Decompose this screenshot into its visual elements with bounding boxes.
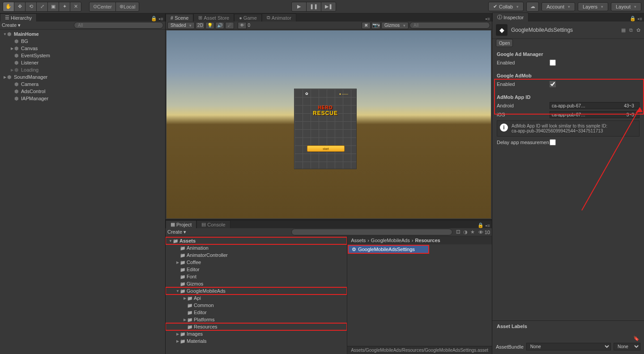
settings-icon[interactable]: ✿ bbox=[636, 27, 640, 33]
folder-item[interactable]: Editor bbox=[166, 266, 347, 273]
play-button[interactable]: ▶ bbox=[291, 2, 307, 12]
hierarchy-item[interactable]: Listener bbox=[0, 59, 165, 66]
hierarchy-item[interactable]: BG bbox=[0, 38, 165, 45]
expand-toggle-icon[interactable]: ▶ bbox=[3, 75, 7, 79]
hierarchy-create-dropdown[interactable]: Create ▾ bbox=[2, 22, 21, 28]
hierarchy-item[interactable]: AdsControl bbox=[0, 88, 165, 95]
scene-tab-scene[interactable]: # Scene bbox=[166, 14, 193, 21]
star-icon[interactable]: ★ bbox=[470, 229, 475, 235]
folder-item[interactable]: Common bbox=[166, 302, 347, 309]
hierarchy-menu-icon[interactable]: ▪≡ bbox=[159, 16, 163, 21]
expand-toggle-icon[interactable]: ▼ bbox=[3, 32, 7, 36]
scene-tab-animator[interactable]: ⧉ Animator bbox=[262, 13, 296, 21]
folder-item[interactable]: ▶Coffee bbox=[166, 259, 347, 266]
filter-icon[interactable]: ◑ bbox=[463, 229, 468, 235]
project-menu-icon[interactable]: ▪≡ bbox=[486, 223, 490, 228]
hierarchy-item[interactable]: IAPManager bbox=[0, 95, 165, 102]
custom-tool-button[interactable]: ✕ bbox=[70, 2, 81, 12]
gizmos-dropdown[interactable]: Gizmos bbox=[381, 22, 409, 29]
folder-item[interactable]: Font bbox=[166, 273, 347, 280]
hand-tool-button[interactable]: ✋ bbox=[3, 2, 14, 12]
presets-icon[interactable]: ⧉ bbox=[629, 27, 633, 33]
asset-item-selected[interactable]: ⚙ GoogleMobileAdsSettings bbox=[348, 245, 429, 253]
scene-view[interactable]: ✿ ● —— HERO RESCUE start bbox=[166, 30, 491, 218]
ios-id-input[interactable] bbox=[550, 111, 640, 118]
hierarchy-item[interactable]: ▼MainHome bbox=[0, 30, 165, 38]
project-lock-icon[interactable]: 🔒 bbox=[478, 222, 484, 228]
folder-item[interactable]: Resources bbox=[166, 323, 347, 330]
hierarchy-tab[interactable]: ☰ Hierarchy bbox=[0, 13, 37, 21]
effects-toggle-icon[interactable]: ☄ bbox=[225, 22, 234, 29]
favorites-icon[interactable]: ⚃ bbox=[456, 229, 461, 235]
hierarchy-item[interactable]: ▶SoundManager bbox=[0, 73, 165, 81]
pause-button[interactable]: ❚❚ bbox=[306, 2, 321, 12]
hierarchy-item[interactable]: ▶Loading bbox=[0, 66, 165, 73]
scene-maximize-icon[interactable]: ▪≡ bbox=[486, 16, 490, 21]
expand-toggle-icon[interactable]: ▼ bbox=[175, 289, 180, 293]
expand-toggle-icon[interactable]: ▶ bbox=[175, 339, 180, 343]
scene-tools-icon[interactable]: ✖ bbox=[362, 22, 371, 29]
folder-item[interactable]: ▶Platforms bbox=[166, 316, 347, 323]
expand-toggle-icon[interactable]: ▶ bbox=[183, 318, 187, 322]
asset-bundle-select[interactable]: None bbox=[526, 343, 611, 350]
expand-toggle-icon[interactable]: ▶ bbox=[175, 260, 180, 264]
expand-toggle-icon[interactable]: ▼ bbox=[168, 239, 173, 243]
project-search-input[interactable] bbox=[291, 229, 452, 235]
transform-tool-button[interactable]: ✦ bbox=[59, 2, 70, 12]
folder-item[interactable]: AnimatorController bbox=[166, 252, 347, 259]
project-tab[interactable]: ▦ Project bbox=[166, 220, 196, 228]
inspector-menu-icon[interactable]: ▪≡ bbox=[638, 16, 642, 21]
step-button[interactable]: ▶❚ bbox=[321, 2, 336, 12]
expand-toggle-icon[interactable]: ▶ bbox=[10, 47, 14, 51]
account-dropdown[interactable]: Account bbox=[542, 2, 575, 11]
hierarchy-item[interactable]: EventSystem bbox=[0, 52, 165, 59]
layout-dropdown[interactable]: Layout bbox=[611, 2, 641, 11]
scene-camera-icon[interactable]: 📷▾ bbox=[371, 22, 380, 29]
ad-manager-enabled-checkbox[interactable] bbox=[550, 60, 556, 66]
layers-dropdown[interactable]: Layers bbox=[578, 2, 608, 11]
project-create-dropdown[interactable]: Create ▾ bbox=[167, 229, 186, 235]
folder-item[interactable]: ▼Assets bbox=[166, 237, 347, 244]
collab-dropdown[interactable]: ✔ Collab bbox=[488, 2, 524, 11]
folder-item[interactable]: Gizmos bbox=[166, 280, 347, 287]
expand-toggle-icon[interactable]: ▶ bbox=[175, 332, 180, 336]
breadcrumb-1[interactable]: GoogleMobileAds bbox=[371, 238, 410, 243]
delay-checkbox[interactable] bbox=[550, 139, 556, 145]
scene-search-input[interactable] bbox=[409, 22, 490, 29]
hierarchy-item[interactable]: ▶Canvas bbox=[0, 45, 165, 52]
scene-tab-asset-store[interactable]: ⊞ Asset Store bbox=[193, 13, 234, 21]
help-icon[interactable]: ▦ bbox=[621, 27, 626, 33]
breadcrumb-0[interactable]: Assets bbox=[351, 238, 366, 243]
folder-item[interactable]: ▶Materials bbox=[166, 337, 347, 345]
inspector-tab[interactable]: ⓘ Inspector bbox=[492, 13, 529, 21]
folder-item[interactable]: ▶Images bbox=[166, 330, 347, 337]
android-id-input[interactable] bbox=[550, 102, 640, 109]
breadcrumb-2[interactable]: Resources bbox=[415, 238, 440, 243]
folder-item[interactable]: ▶Api bbox=[166, 294, 347, 302]
space-toggle-button[interactable]: ⊛ Local bbox=[115, 2, 139, 12]
inspector-lock-icon[interactable]: 🔒 bbox=[630, 16, 636, 21]
folder-item[interactable]: Editor bbox=[166, 309, 347, 316]
admob-enabled-checkbox[interactable] bbox=[550, 81, 556, 87]
light-toggle-icon[interactable]: 💡 bbox=[205, 22, 214, 29]
scale-tool-button[interactable]: ⤢ bbox=[36, 2, 48, 12]
folder-item[interactable]: Animation bbox=[166, 244, 347, 252]
rect-tool-button[interactable]: ▣ bbox=[47, 2, 59, 12]
hierarchy-search-input[interactable] bbox=[74, 22, 163, 29]
shade-mode-dropdown[interactable]: Shaded bbox=[167, 22, 195, 29]
hierarchy-lock-icon[interactable]: 🔒 bbox=[151, 16, 157, 21]
move-tool-button[interactable]: ✥ bbox=[14, 2, 26, 12]
mode-2d-toggle[interactable]: 2D bbox=[196, 22, 205, 29]
hidden-objects-icon[interactable]: 👁 bbox=[238, 22, 247, 29]
hierarchy-item[interactable]: Camera bbox=[0, 81, 165, 88]
asset-bundle-variant-select[interactable]: None bbox=[614, 343, 640, 350]
open-button[interactable]: Open bbox=[496, 39, 513, 47]
rotate-tool-button[interactable]: ⟲ bbox=[25, 2, 37, 12]
audio-toggle-icon[interactable]: 🔊 bbox=[215, 22, 224, 29]
scene-tab-game[interactable]: ● Game bbox=[234, 14, 262, 21]
pivot-toggle-button[interactable]: ⊙ Center bbox=[89, 2, 116, 12]
console-tab[interactable]: ▤ Console bbox=[196, 220, 230, 228]
folder-item[interactable]: ▼GoogleMobileAds bbox=[166, 287, 347, 294]
cloud-button[interactable]: ☁ bbox=[526, 2, 539, 12]
expand-toggle-icon[interactable]: ▶ bbox=[183, 296, 187, 300]
